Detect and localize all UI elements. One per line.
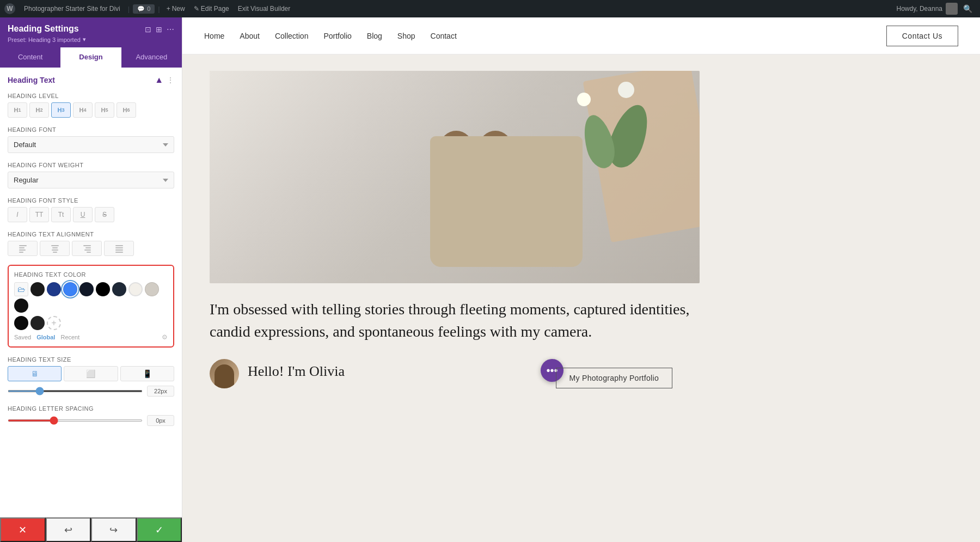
color-swatch-dark3[interactable] bbox=[30, 316, 45, 330]
fullscreen-icon[interactable]: ⊡ bbox=[145, 25, 151, 34]
svg-rect-6 bbox=[52, 249, 58, 251]
letter-spacing-slider[interactable] bbox=[8, 419, 143, 422]
align-left-button[interactable] bbox=[8, 241, 38, 256]
nav-contact[interactable]: Contact bbox=[431, 32, 457, 40]
heading-font-weight-select[interactable]: Regular bbox=[8, 172, 174, 188]
color-swatch-charcoal[interactable] bbox=[112, 282, 126, 296]
alignment-row bbox=[8, 241, 174, 256]
align-justify-button[interactable] bbox=[104, 241, 134, 256]
heading-h5-button[interactable]: H5 bbox=[95, 102, 114, 118]
site-nav: Home About Collection Portfolio Blog Sho… bbox=[182, 17, 980, 54]
tab-design[interactable]: Design bbox=[60, 47, 121, 68]
page-content: I'm obsessed with telling stories throug… bbox=[182, 54, 980, 542]
uppercase-button[interactable]: TT bbox=[29, 207, 49, 222]
nav-home[interactable]: Home bbox=[204, 32, 224, 40]
letter-spacing-slider-row: 0px bbox=[8, 415, 174, 426]
panel-preset[interactable]: Preset: Heading 3 imported ▾ bbox=[8, 36, 86, 43]
panel-title: Heading Settings bbox=[8, 24, 86, 34]
tab-content[interactable]: Content bbox=[0, 47, 60, 68]
color-swatch-near-black[interactable] bbox=[79, 282, 94, 296]
svg-rect-5 bbox=[52, 247, 58, 248]
wordpress-logo: W bbox=[4, 3, 15, 14]
color-swatch-blue[interactable] bbox=[63, 282, 77, 296]
font-style-row: I TT Tt U S bbox=[8, 207, 174, 222]
heading-font-style-setting: Heading Font Style I TT Tt U S bbox=[8, 197, 174, 222]
add-color-button[interactable]: + bbox=[47, 316, 61, 330]
search-icon-admin[interactable]: 🔍 bbox=[960, 4, 976, 13]
comments-button[interactable]: 💬 0 bbox=[133, 4, 155, 14]
portfolio-btn-container: My Photography Portfolio bbox=[556, 368, 672, 388]
heading-color-label: Heading Text Color bbox=[14, 271, 168, 278]
main-layout: Heading Settings Preset: Heading 3 impor… bbox=[0, 17, 980, 542]
strikethrough-button[interactable]: S bbox=[95, 207, 114, 222]
profile-avatar bbox=[210, 359, 239, 388]
nav-shop[interactable]: Shop bbox=[397, 32, 415, 40]
color-tab-settings-icon[interactable]: ⚙ bbox=[162, 333, 168, 341]
nav-blog[interactable]: Blog bbox=[367, 32, 382, 40]
undo-button[interactable]: ↩ bbox=[46, 517, 91, 542]
device-buttons-row: 🖥 ⬜ 📱 bbox=[8, 366, 174, 381]
svg-rect-9 bbox=[85, 247, 91, 248]
color-swatch-dark[interactable] bbox=[30, 282, 45, 296]
italic-button[interactable]: I bbox=[8, 207, 27, 222]
device-mobile-button[interactable]: 📱 bbox=[120, 366, 174, 381]
color-swatch-dark2[interactable] bbox=[14, 316, 28, 330]
heading-h2-button[interactable]: H2 bbox=[29, 102, 49, 118]
color-tab-saved[interactable]: Saved bbox=[14, 334, 31, 340]
tab-advanced[interactable]: Advanced bbox=[121, 47, 182, 68]
color-tab-global[interactable]: Global bbox=[36, 334, 55, 340]
color-tab-recent[interactable]: Recent bbox=[60, 334, 79, 340]
color-swatches-row: 🗁 bbox=[14, 282, 168, 313]
new-button[interactable]: + New bbox=[163, 5, 188, 13]
portfolio-button[interactable]: My Photography Portfolio bbox=[556, 368, 672, 388]
section-more-icon[interactable]: ⋮ bbox=[167, 76, 174, 84]
heading-h4-button[interactable]: H4 bbox=[73, 102, 93, 118]
letter-spacing-value: 0px bbox=[147, 415, 174, 426]
exit-visual-builder-button[interactable]: Exit Visual Builder bbox=[235, 5, 294, 13]
heading-h1-button[interactable]: H1 bbox=[8, 102, 27, 118]
heading-color-section: Heading Text Color 🗁 + bbox=[8, 265, 174, 348]
user-avatar-small bbox=[946, 3, 958, 15]
more-options-icon[interactable]: ⋯ bbox=[167, 25, 174, 34]
collapse-icon[interactable]: ▲ bbox=[155, 75, 163, 85]
heading-font-select[interactable]: Default bbox=[8, 136, 174, 153]
align-right-icon bbox=[83, 244, 91, 253]
nav-portfolio[interactable]: Portfolio bbox=[323, 32, 351, 40]
panel-header: Heading Settings Preset: Heading 3 impor… bbox=[0, 17, 182, 47]
eyedropper-button[interactable]: 🗁 bbox=[14, 282, 28, 296]
nav-collection[interactable]: Collection bbox=[275, 32, 308, 40]
color-tabs-row: Saved Global Recent ⚙ bbox=[14, 333, 168, 341]
device-tablet-button[interactable]: ⬜ bbox=[64, 366, 118, 381]
avatar-silhouette bbox=[215, 364, 234, 388]
user-info: Howdy, Deanna bbox=[897, 3, 958, 15]
cancel-button[interactable]: ✕ bbox=[0, 517, 46, 542]
underline-button[interactable]: U bbox=[73, 207, 93, 222]
nav-about[interactable]: About bbox=[240, 32, 260, 40]
heading-letter-spacing-label: Heading Letter Spacing bbox=[8, 405, 174, 412]
color-swatch-beige[interactable] bbox=[145, 282, 159, 296]
color-swatch-almost-black[interactable] bbox=[14, 299, 28, 313]
columns-icon[interactable]: ⊞ bbox=[156, 25, 162, 34]
site-name[interactable]: Photographer Starter Site for Divi bbox=[20, 5, 125, 13]
color-swatch-black[interactable] bbox=[96, 282, 110, 296]
text-size-slider[interactable] bbox=[8, 390, 143, 392]
body-text: I'm obsessed with telling stories throug… bbox=[210, 299, 700, 343]
tablet-icon: ⬜ bbox=[86, 369, 95, 378]
contact-us-button[interactable]: Contact Us bbox=[886, 26, 958, 46]
titlecase-button[interactable]: Tt bbox=[51, 207, 71, 222]
device-desktop-button[interactable]: 🖥 bbox=[8, 366, 62, 381]
separator2: | bbox=[158, 5, 160, 13]
align-center-button[interactable] bbox=[40, 241, 70, 256]
heading-h6-button[interactable]: H6 bbox=[117, 102, 136, 118]
color-swatch-off-white[interactable] bbox=[128, 282, 143, 296]
chevron-down-icon: ▾ bbox=[83, 36, 86, 43]
svg-rect-14 bbox=[115, 249, 123, 251]
save-button[interactable]: ✓ bbox=[137, 517, 182, 542]
heading-h3-button[interactable]: H3 bbox=[51, 102, 71, 118]
profile-section: Hello! I'm Olivia ••• My Photography Por… bbox=[210, 359, 700, 388]
align-right-button[interactable] bbox=[72, 241, 102, 256]
redo-button[interactable]: ↪ bbox=[91, 517, 137, 542]
color-swatch-dark-blue[interactable] bbox=[47, 282, 61, 296]
flower2 bbox=[577, 93, 591, 106]
edit-page-button[interactable]: ✎ Edit Page bbox=[191, 5, 232, 13]
